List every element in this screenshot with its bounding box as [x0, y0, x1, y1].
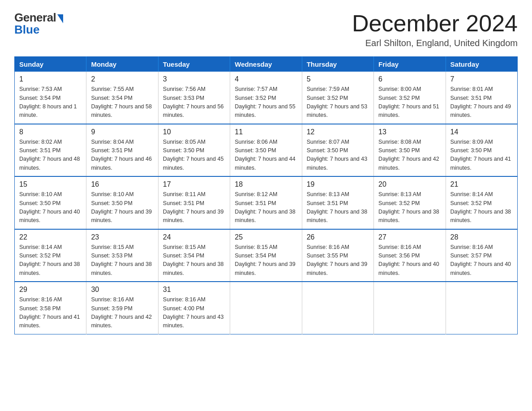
day-info: Sunrise: 8:16 AMSunset: 3:58 PMDaylight:…	[19, 295, 82, 330]
weekday-header-thursday: Thursday	[302, 57, 373, 72]
day-info: Sunrise: 8:12 AMSunset: 3:51 PMDaylight:…	[235, 190, 297, 225]
calendar-body: 1Sunrise: 7:53 AMSunset: 3:54 PMDaylight…	[15, 72, 518, 334]
day-cell: 17Sunrise: 8:11 AMSunset: 3:51 PMDayligh…	[158, 176, 230, 229]
day-info: Sunrise: 8:16 AMSunset: 3:56 PMDaylight:…	[378, 243, 441, 278]
day-number: 12	[307, 128, 369, 136]
calendar-subtitle: Earl Shilton, England, United Kingdom	[352, 38, 518, 48]
day-cell: 19Sunrise: 8:13 AMSunset: 3:51 PMDayligh…	[302, 176, 373, 229]
day-info: Sunrise: 8:06 AMSunset: 3:50 PMDaylight:…	[235, 138, 297, 173]
day-info: Sunrise: 8:16 AMSunset: 3:57 PMDaylight:…	[450, 243, 513, 278]
day-number: 13	[378, 128, 441, 136]
day-number: 28	[450, 233, 513, 241]
day-number: 3	[163, 75, 225, 83]
day-cell: 16Sunrise: 8:10 AMSunset: 3:50 PMDayligh…	[86, 176, 158, 229]
day-cell: 26Sunrise: 8:16 AMSunset: 3:55 PMDayligh…	[302, 229, 373, 282]
day-number: 6	[378, 75, 441, 83]
day-cell: 20Sunrise: 8:13 AMSunset: 3:52 PMDayligh…	[374, 176, 446, 229]
day-number: 4	[235, 75, 297, 83]
day-cell: 31Sunrise: 8:16 AMSunset: 4:00 PMDayligh…	[158, 282, 230, 334]
day-number: 30	[91, 286, 153, 294]
weekday-header-wednesday: Wednesday	[230, 57, 302, 72]
day-info: Sunrise: 8:02 AMSunset: 3:51 PMDaylight:…	[19, 138, 82, 173]
day-number: 8	[19, 128, 82, 136]
logo-blue-text: Blue	[14, 23, 63, 37]
day-number: 23	[91, 233, 153, 241]
day-number: 2	[91, 75, 153, 83]
day-cell: 27Sunrise: 8:16 AMSunset: 3:56 PMDayligh…	[374, 229, 446, 282]
logo: General Blue	[14, 11, 63, 37]
day-number: 9	[91, 128, 153, 136]
weekday-header-tuesday: Tuesday	[158, 57, 230, 72]
day-number: 20	[378, 180, 441, 188]
day-info: Sunrise: 8:10 AMSunset: 3:50 PMDaylight:…	[19, 190, 82, 225]
day-cell: 28Sunrise: 8:16 AMSunset: 3:57 PMDayligh…	[446, 229, 517, 282]
day-cell: 29Sunrise: 8:16 AMSunset: 3:58 PMDayligh…	[15, 282, 86, 334]
day-number: 17	[163, 180, 225, 188]
day-cell: 1Sunrise: 7:53 AMSunset: 3:54 PMDaylight…	[15, 72, 86, 124]
day-cell: 6Sunrise: 8:00 AMSunset: 3:52 PMDaylight…	[374, 72, 446, 124]
day-cell: 14Sunrise: 8:09 AMSunset: 3:50 PMDayligh…	[446, 124, 517, 177]
week-row-5: 29Sunrise: 8:16 AMSunset: 3:58 PMDayligh…	[15, 282, 518, 334]
weekday-header-friday: Friday	[374, 57, 446, 72]
day-cell: 30Sunrise: 8:16 AMSunset: 3:59 PMDayligh…	[86, 282, 158, 334]
day-info: Sunrise: 8:09 AMSunset: 3:50 PMDaylight:…	[450, 138, 513, 173]
day-cell: 21Sunrise: 8:14 AMSunset: 3:52 PMDayligh…	[446, 176, 517, 229]
day-info: Sunrise: 8:13 AMSunset: 3:51 PMDaylight:…	[307, 190, 369, 225]
day-info: Sunrise: 8:14 AMSunset: 3:52 PMDaylight:…	[19, 243, 82, 278]
calendar-table: SundayMondayTuesdayWednesdayThursdayFrid…	[14, 56, 518, 334]
day-info: Sunrise: 8:11 AMSunset: 3:51 PMDaylight:…	[163, 190, 225, 225]
day-number: 11	[235, 128, 297, 136]
day-number: 18	[235, 180, 297, 188]
day-info: Sunrise: 8:16 AMSunset: 3:55 PMDaylight:…	[307, 243, 369, 278]
day-number: 29	[19, 286, 82, 294]
day-cell: 10Sunrise: 8:05 AMSunset: 3:50 PMDayligh…	[158, 124, 230, 177]
day-info: Sunrise: 8:15 AMSunset: 3:54 PMDaylight:…	[163, 243, 225, 278]
weekday-header-saturday: Saturday	[446, 57, 517, 72]
day-cell: 24Sunrise: 8:15 AMSunset: 3:54 PMDayligh…	[158, 229, 230, 282]
day-cell: 13Sunrise: 8:08 AMSunset: 3:50 PMDayligh…	[374, 124, 446, 177]
day-number: 27	[378, 233, 441, 241]
header: General Blue December 2024 Earl Shilton,…	[14, 11, 518, 48]
day-cell: 12Sunrise: 8:07 AMSunset: 3:50 PMDayligh…	[302, 124, 373, 177]
day-info: Sunrise: 8:08 AMSunset: 3:50 PMDaylight:…	[378, 138, 441, 173]
weekday-header-monday: Monday	[86, 57, 158, 72]
day-number: 14	[450, 128, 513, 136]
weekday-header-sunday: Sunday	[15, 57, 86, 72]
day-cell: 5Sunrise: 7:59 AMSunset: 3:52 PMDaylight…	[302, 72, 373, 124]
day-number: 24	[163, 233, 225, 241]
week-row-3: 15Sunrise: 8:10 AMSunset: 3:50 PMDayligh…	[15, 176, 518, 229]
day-info: Sunrise: 7:59 AMSunset: 3:52 PMDaylight:…	[307, 85, 369, 120]
day-info: Sunrise: 8:13 AMSunset: 3:52 PMDaylight:…	[378, 190, 441, 225]
day-info: Sunrise: 8:01 AMSunset: 3:51 PMDaylight:…	[450, 85, 513, 120]
day-info: Sunrise: 8:15 AMSunset: 3:53 PMDaylight:…	[91, 243, 153, 278]
day-info: Sunrise: 7:53 AMSunset: 3:54 PMDaylight:…	[19, 85, 82, 120]
day-info: Sunrise: 8:10 AMSunset: 3:50 PMDaylight:…	[91, 190, 153, 225]
day-number: 7	[450, 75, 513, 83]
day-cell	[446, 282, 517, 334]
day-cell: 18Sunrise: 8:12 AMSunset: 3:51 PMDayligh…	[230, 176, 302, 229]
weekday-row: SundayMondayTuesdayWednesdayThursdayFrid…	[15, 57, 518, 72]
day-info: Sunrise: 7:56 AMSunset: 3:53 PMDaylight:…	[163, 85, 225, 120]
day-info: Sunrise: 7:57 AMSunset: 3:52 PMDaylight:…	[235, 85, 297, 120]
day-info: Sunrise: 8:15 AMSunset: 3:54 PMDaylight:…	[235, 243, 297, 278]
day-number: 15	[19, 180, 82, 188]
day-cell: 15Sunrise: 8:10 AMSunset: 3:50 PMDayligh…	[15, 176, 86, 229]
day-info: Sunrise: 8:16 AMSunset: 4:00 PMDaylight:…	[163, 295, 225, 330]
page: General Blue December 2024 Earl Shilton,…	[0, 0, 532, 349]
day-number: 31	[163, 286, 225, 294]
day-cell: 9Sunrise: 8:04 AMSunset: 3:51 PMDaylight…	[86, 124, 158, 177]
week-row-4: 22Sunrise: 8:14 AMSunset: 3:52 PMDayligh…	[15, 229, 518, 282]
day-cell: 2Sunrise: 7:55 AMSunset: 3:54 PMDaylight…	[86, 72, 158, 124]
day-info: Sunrise: 8:04 AMSunset: 3:51 PMDaylight:…	[91, 138, 153, 173]
title-block: December 2024 Earl Shilton, England, Uni…	[352, 11, 518, 48]
day-cell: 3Sunrise: 7:56 AMSunset: 3:53 PMDaylight…	[158, 72, 230, 124]
day-number: 10	[163, 128, 225, 136]
week-row-1: 1Sunrise: 7:53 AMSunset: 3:54 PMDaylight…	[15, 72, 518, 124]
week-row-2: 8Sunrise: 8:02 AMSunset: 3:51 PMDaylight…	[15, 124, 518, 177]
day-cell: 23Sunrise: 8:15 AMSunset: 3:53 PMDayligh…	[86, 229, 158, 282]
day-info: Sunrise: 8:05 AMSunset: 3:50 PMDaylight:…	[163, 138, 225, 173]
day-cell: 11Sunrise: 8:06 AMSunset: 3:50 PMDayligh…	[230, 124, 302, 177]
day-cell: 8Sunrise: 8:02 AMSunset: 3:51 PMDaylight…	[15, 124, 86, 177]
day-cell	[230, 282, 302, 334]
day-info: Sunrise: 8:07 AMSunset: 3:50 PMDaylight:…	[307, 138, 369, 173]
